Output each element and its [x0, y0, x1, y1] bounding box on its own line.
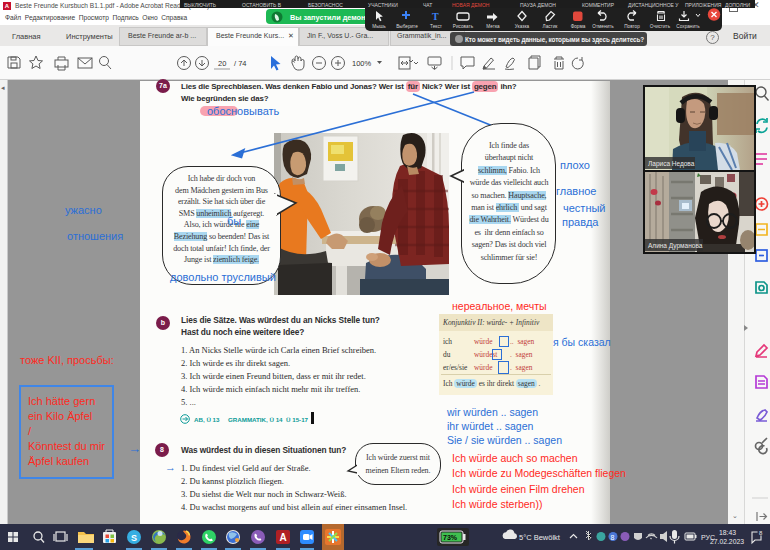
svg-text:Рисовать: Рисовать — [453, 23, 474, 28]
svg-text:Сохранить: Сохранить — [676, 23, 700, 28]
svg-text:20: 20 — [218, 59, 226, 68]
svg-text:Текст: Текст — [430, 23, 443, 28]
svg-text:T: T — [432, 11, 439, 22]
svg-text:27.02.2023: 27.02.2023 — [710, 538, 744, 545]
svg-text:Указка: Указка — [515, 23, 530, 28]
svg-text:A: A — [280, 532, 287, 543]
svg-text:73%: 73% — [443, 534, 458, 541]
svg-text:Ластик: Ластик — [543, 23, 559, 28]
svg-text:Повтор: Повтор — [624, 23, 640, 28]
svg-text:Очистить: Очистить — [650, 23, 671, 28]
svg-text:Форма: Форма — [571, 23, 586, 28]
svg-text:8: 8 — [611, 534, 615, 541]
svg-text:AB, Ü 13: AB, Ü 13 — [194, 416, 220, 423]
svg-text:Метка: Метка — [486, 23, 500, 28]
svg-text:Отменить: Отменить — [592, 23, 614, 28]
svg-text:5°C Bewölkt: 5°C Bewölkt — [519, 533, 561, 542]
svg-text:S: S — [131, 533, 137, 543]
svg-text:Выберите: Выберите — [396, 23, 418, 28]
svg-text:GRAMMATIK, Ü 14: GRAMMATIK, Ü 14 — [228, 416, 283, 423]
svg-text:Алина Дурманова: Алина Дурманова — [648, 242, 703, 250]
svg-text:Лариса Недова: Лариса Недова — [648, 160, 695, 168]
svg-text:100%: 100% — [352, 59, 372, 68]
svg-text:18:43: 18:43 — [719, 529, 736, 536]
svg-text:Ü 15-17: Ü 15-17 — [286, 416, 309, 423]
svg-text:Мышь: Мышь — [372, 23, 386, 28]
svg-text:/ 74: / 74 — [234, 59, 247, 68]
